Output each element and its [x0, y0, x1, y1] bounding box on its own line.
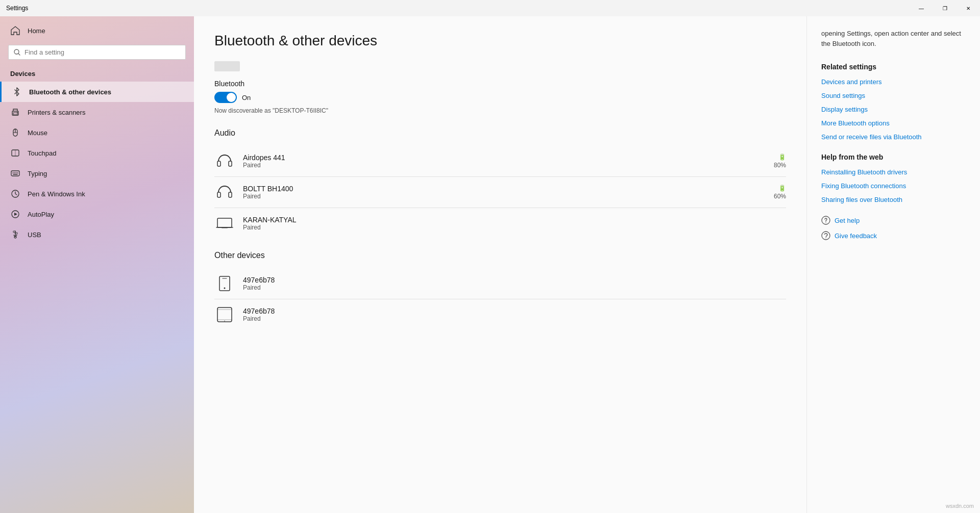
- minimize-button[interactable]: —: [910, 0, 933, 16]
- close-button[interactable]: ✕: [957, 0, 980, 16]
- svg-marker-18: [14, 213, 17, 216]
- bluetooth-toggle[interactable]: [214, 92, 237, 103]
- toggle-row: On: [214, 92, 786, 103]
- nav-label-typing: Typing: [28, 170, 47, 177]
- other-section-title: Other devices: [214, 251, 786, 260]
- device-name: BOLTT BH1400: [243, 185, 774, 193]
- give-feedback-link[interactable]: Give feedback: [835, 232, 877, 240]
- sidebar-item-typing[interactable]: Typing: [0, 163, 194, 184]
- sidebar: Home Devices Bluetooth & other devices: [0, 16, 194, 513]
- sidebar-item-mouse[interactable]: Mouse: [0, 122, 194, 143]
- svg-rect-23: [229, 161, 232, 166]
- sidebar-item-pen[interactable]: Pen & Windows Ink: [0, 184, 194, 204]
- other-devices-section: Other devices 497e6b78 Paired: [214, 251, 786, 330]
- svg-point-35: [825, 222, 826, 222]
- device-status: Paired: [243, 284, 786, 291]
- get-help-link[interactable]: Get help: [835, 217, 860, 224]
- device-name: Airdopes 441: [243, 153, 774, 162]
- maximize-button[interactable]: ❐: [933, 0, 957, 16]
- mouse-icon: [10, 127, 20, 138]
- question-icon: [821, 216, 830, 225]
- titlebar: Settings — ❐ ✕: [0, 0, 980, 16]
- nav-label-pen: Pen & Windows Ink: [28, 190, 85, 198]
- svg-point-37: [825, 238, 826, 238]
- right-panel-intro: opening Settings, open action center and…: [821, 29, 966, 48]
- link-display-settings[interactable]: Display settings: [821, 106, 966, 113]
- device-row[interactable]: 497e6b78 Paired: [214, 299, 786, 330]
- toggle-knob: [227, 93, 236, 102]
- touchpad-icon: [10, 148, 20, 158]
- phone-icon: [214, 273, 235, 294]
- svg-rect-10: [11, 171, 19, 176]
- link-fixing[interactable]: Fixing Bluetooth connections: [821, 182, 966, 190]
- svg-rect-26: [217, 218, 232, 227]
- sidebar-item-home[interactable]: Home: [0, 20, 194, 41]
- give-feedback-row: Give feedback: [821, 231, 966, 240]
- keyboard-icon: [10, 168, 20, 178]
- link-devices-printers[interactable]: Devices and printers: [821, 78, 966, 86]
- search-input[interactable]: [24, 48, 180, 56]
- device-name: 497e6b78: [243, 276, 786, 284]
- nav-label-printers: Printers & scanners: [28, 109, 85, 116]
- home-label: Home: [28, 27, 45, 35]
- device-row[interactable]: Airdopes 441 Paired 🔋 80%: [214, 146, 786, 177]
- device-name: 497e6b78: [243, 307, 786, 315]
- link-reinstalling[interactable]: Reinstalling Bluetooth drivers: [821, 168, 966, 176]
- link-more-bluetooth[interactable]: More Bluetooth options: [821, 119, 966, 127]
- device-row[interactable]: KARAN-KATYAL Paired: [214, 208, 786, 239]
- related-settings-label: Related settings: [821, 63, 966, 71]
- device-row[interactable]: 497e6b78 Paired: [214, 268, 786, 299]
- bluetooth-label: Bluetooth: [214, 80, 786, 88]
- device-info: 497e6b78 Paired: [243, 307, 786, 322]
- svg-point-28: [224, 288, 226, 289]
- sidebar-item-bluetooth[interactable]: Bluetooth & other devices: [0, 82, 194, 102]
- svg-point-36: [822, 232, 830, 240]
- svg-rect-27: [222, 227, 228, 228]
- link-sound-settings[interactable]: Sound settings: [821, 92, 966, 99]
- app-body: Home Devices Bluetooth & other devices: [0, 16, 980, 513]
- page-title: Bluetooth & other devices: [214, 33, 786, 49]
- nav-label-usb: USB: [28, 231, 41, 239]
- device-row[interactable]: BOLTT BH1400 Paired 🔋 60%: [214, 177, 786, 208]
- sidebar-item-printers[interactable]: Printers & scanners: [0, 102, 194, 122]
- sidebar-item-usb[interactable]: USB: [0, 224, 194, 245]
- device-status: Paired: [243, 193, 774, 200]
- svg-point-33: [224, 321, 225, 322]
- sidebar-devices-label: Devices: [0, 64, 194, 82]
- device-battery: 🔋 60%: [774, 185, 786, 200]
- battery-icon: 🔋: [778, 185, 786, 192]
- headphones-icon: [214, 182, 235, 202]
- svg-rect-22: [217, 161, 220, 166]
- main-content: Bluetooth & other devices Bluetooth On N…: [194, 16, 806, 513]
- get-help-row: Get help: [821, 216, 966, 225]
- device-info: BOLTT BH1400 Paired: [243, 185, 774, 200]
- feedback-icon: [821, 231, 830, 240]
- window-controls: — ❐ ✕: [910, 0, 980, 16]
- bluetooth-toggle-section: Bluetooth On Now discoverable as "DESKTO…: [214, 80, 786, 114]
- sidebar-item-autoplay[interactable]: AutoPlay: [0, 204, 194, 224]
- svg-rect-25: [229, 192, 232, 197]
- search-icon: [14, 49, 20, 56]
- tablet-icon: [214, 304, 235, 325]
- sidebar-item-touchpad[interactable]: Touchpad: [0, 143, 194, 163]
- help-from-web-label: Help from the web: [821, 153, 966, 161]
- device-status: Paired: [243, 224, 786, 231]
- svg-rect-3: [13, 113, 17, 115]
- link-send-receive[interactable]: Send or receive files via Bluetooth: [821, 133, 966, 141]
- audio-section: Audio Airdopes 441 Paired 🔋 80%: [214, 129, 786, 239]
- right-panel: opening Settings, open action center and…: [806, 16, 980, 513]
- nav-label-mouse: Mouse: [28, 129, 47, 137]
- svg-rect-24: [217, 192, 220, 197]
- svg-point-21: [14, 236, 16, 238]
- device-name: KARAN-KATYAL: [243, 216, 786, 224]
- printer-icon: [10, 107, 20, 117]
- device-info: KARAN-KATYAL Paired: [243, 216, 786, 231]
- bluetooth-icon: [12, 87, 22, 97]
- home-icon: [10, 25, 20, 36]
- svg-line-1: [18, 54, 20, 55]
- usb-icon: [10, 229, 20, 240]
- link-sharing[interactable]: Sharing files over Bluetooth: [821, 196, 966, 203]
- search-box[interactable]: [8, 45, 186, 60]
- nav-label-bluetooth: Bluetooth & other devices: [29, 88, 111, 96]
- battery-icon: 🔋: [778, 153, 786, 161]
